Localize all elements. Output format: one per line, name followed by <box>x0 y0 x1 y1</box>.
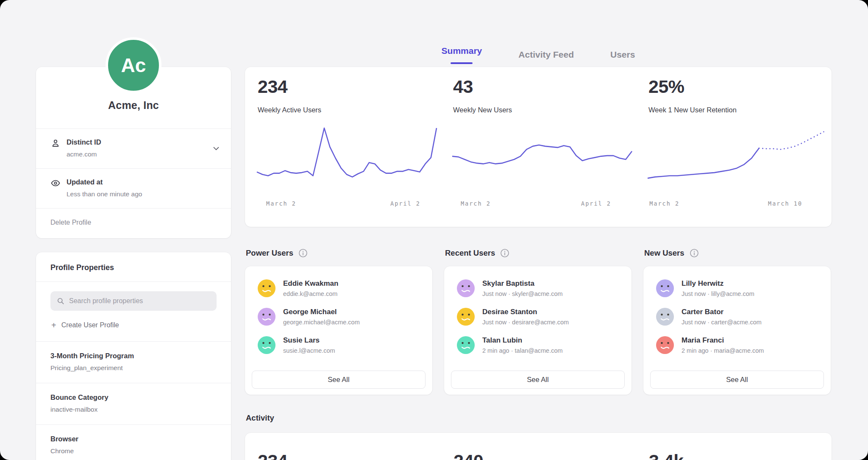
property-name: 3-Month Pricing Program <box>50 352 217 360</box>
x-axis-tick: April 2 <box>390 200 420 207</box>
user-name: Lilly Herwitz <box>682 279 754 288</box>
x-axis-tick: March 10 <box>768 200 802 207</box>
activity-stat: 240 <box>453 451 483 460</box>
section-title: New Users <box>644 248 684 258</box>
main-content: Summary Activity Feed Users 234 Weekly A… <box>245 0 832 67</box>
user-meta: Just now · lilly@acme.com <box>682 290 754 297</box>
field-value: Less than one minute ago <box>67 190 221 198</box>
user-avatar <box>258 279 275 297</box>
chevron-down-icon[interactable] <box>211 144 221 153</box>
stat-label: Week 1 New User Retention <box>648 106 737 114</box>
property-value: inactive-mailbox <box>50 406 217 413</box>
user-row[interactable]: Skylar Baptista Just now · skyler@acme.c… <box>457 277 625 299</box>
week1-retention-chart <box>648 125 827 193</box>
user-name: Maria Franci <box>682 336 764 345</box>
user-row[interactable]: George Michael george.michael@acme.com <box>258 306 426 328</box>
x-axis-tick: March 2 <box>461 200 491 207</box>
profile-properties-title: Profile Properties <box>36 252 231 282</box>
user-meta: susie.l@acme.com <box>283 347 335 354</box>
user-meta: Just now · skyler@acme.com <box>482 290 563 297</box>
user-row[interactable]: Lilly Herwitz Just now · lilly@acme.com <box>656 277 824 299</box>
eye-icon <box>50 178 61 188</box>
property-row[interactable]: 3-Month Pricing Program Pricing_plan_exp… <box>36 342 231 383</box>
activity-title: Activity <box>245 413 832 423</box>
user-meta: Just now · desirare@acme.com <box>482 319 569 326</box>
user-name: Carter Bator <box>682 308 762 316</box>
stat-value: 234 <box>258 76 287 97</box>
stat-weekly-active-users: 234 Weekly Active Users March 2 April 2 <box>245 67 441 227</box>
see-all-button[interactable]: See All <box>650 371 824 389</box>
user-avatar <box>457 336 475 354</box>
tab-summary[interactable]: Summary <box>442 42 482 67</box>
info-icon[interactable] <box>298 248 308 258</box>
activity-section: Activity 234 240 3.4k <box>245 413 832 460</box>
user-avatar <box>656 336 674 354</box>
user-avatar <box>258 308 275 326</box>
user-meta: 2 min ago · talan@acme.com <box>482 347 563 354</box>
plus-icon: + <box>51 321 56 329</box>
stat-value: 43 <box>453 76 473 97</box>
x-axis-tick: March 2 <box>649 200 679 207</box>
activity-stat: 3.4k <box>649 451 684 460</box>
property-name: Browser <box>50 435 217 443</box>
profile-dashboard-window: Ac Acme, Inc Distinct ID acme.com <box>0 0 868 460</box>
property-value: Pricing_plan_experiment <box>50 364 217 372</box>
user-name: Susie Lars <box>283 336 335 345</box>
property-value: Chrome <box>50 447 217 455</box>
user-meta: 2 min ago · maria@acme.com <box>682 347 764 354</box>
field-value: acme.com <box>67 151 211 158</box>
create-user-profile-label: Create User Profile <box>61 321 119 329</box>
stat-weekly-new-users: 43 Weekly New Users March 2 April 2 <box>440 67 636 227</box>
user-meta: Just now · carter@acme.com <box>682 319 762 326</box>
info-icon[interactable] <box>690 248 699 258</box>
user-row[interactable]: Susie Lars susie.l@acme.com <box>258 334 426 356</box>
field-label: Distinct ID <box>67 138 211 146</box>
user-row[interactable]: Desirae Stanton Just now · desirare@acme… <box>457 306 625 328</box>
new-users-card: Lilly Herwitz Just now · lilly@acme.com … <box>643 266 831 395</box>
stat-label: Weekly Active Users <box>258 106 321 114</box>
company-avatar: Ac <box>106 37 161 93</box>
stat-week1-retention: 25% Week 1 New User Retention March 2 Ma… <box>636 67 832 227</box>
new-users-section: New Users Lilly Herwitz <box>643 246 831 395</box>
user-name: Skylar Baptista <box>482 279 563 288</box>
person-icon <box>50 138 61 148</box>
search-icon <box>56 297 65 305</box>
see-all-button[interactable]: See All <box>451 371 625 389</box>
distinct-id-row: Distinct ID acme.com <box>36 129 231 168</box>
user-row[interactable]: Eddie Kwakman eddie.k@acme.com <box>258 277 426 299</box>
user-row[interactable]: Maria Franci 2 min ago · maria@acme.com <box>656 334 824 356</box>
delete-profile-button[interactable]: Delete Profile <box>36 209 231 238</box>
user-name: Eddie Kwakman <box>283 279 338 288</box>
section-title: Recent Users <box>445 248 495 258</box>
recent-users-card: Skylar Baptista Just now · skyler@acme.c… <box>444 266 632 395</box>
user-avatar <box>457 279 475 297</box>
weekly-new-users-chart <box>452 125 632 193</box>
section-title: Power Users <box>246 248 293 258</box>
user-meta: eddie.k@acme.com <box>283 290 338 297</box>
power-users-card: Eddie Kwakman eddie.k@acme.com George Mi… <box>245 266 432 395</box>
profile-properties-card: Profile Properties + Create User Profile <box>36 252 231 460</box>
tab-bar: Summary Activity Feed Users <box>245 0 832 67</box>
search-input[interactable] <box>50 291 217 311</box>
user-avatar <box>258 336 275 354</box>
x-axis-tick: March 2 <box>266 200 296 207</box>
user-avatar <box>656 279 674 297</box>
property-row[interactable]: Bounce Category inactive-mailbox <box>36 383 231 424</box>
user-avatar <box>457 308 475 326</box>
x-axis-tick: April 2 <box>581 200 611 207</box>
activity-stat: 234 <box>258 451 287 460</box>
field-label: Updated at <box>67 178 221 186</box>
recent-users-section: Recent Users Skylar Baptis <box>444 246 632 395</box>
user-row[interactable]: Carter Bator Just now · carter@acme.com <box>656 306 824 328</box>
info-icon[interactable] <box>500 248 509 258</box>
see-all-button[interactable]: See All <box>252 371 426 389</box>
tab-activity-feed[interactable]: Activity Feed <box>518 42 574 67</box>
stat-label: Weekly New Users <box>453 106 512 114</box>
tab-users[interactable]: Users <box>610 42 635 67</box>
user-row[interactable]: Talan Lubin 2 min ago · talan@acme.com <box>457 334 625 356</box>
create-user-profile-button[interactable]: + Create User Profile <box>50 311 120 339</box>
weekly-active-users-chart <box>257 125 437 193</box>
user-name: Desirae Stanton <box>482 308 569 316</box>
stat-value: 25% <box>648 76 684 97</box>
property-row[interactable]: Browser Chrome <box>36 425 231 460</box>
